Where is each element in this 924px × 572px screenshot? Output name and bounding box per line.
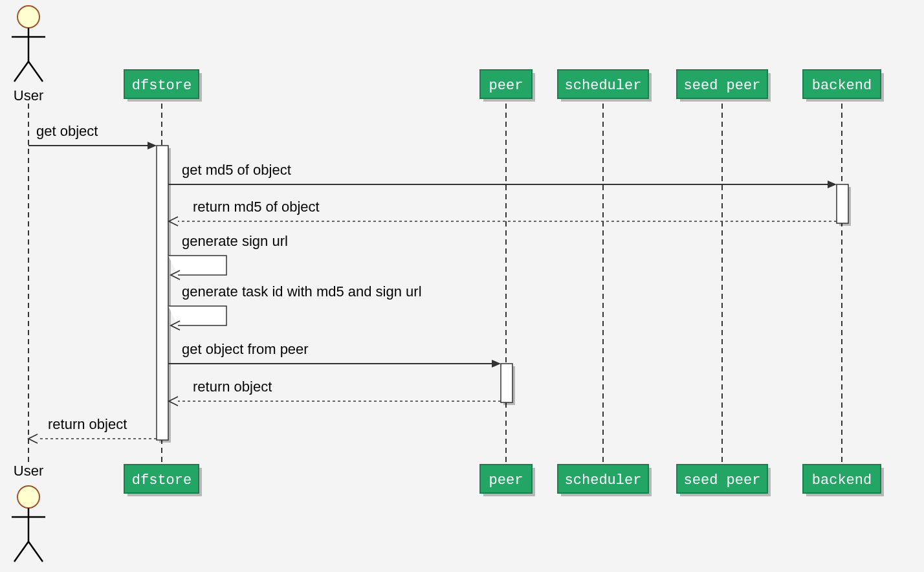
- svg-text:peer: peer: [489, 78, 523, 94]
- participant-seed-peer-bottom: seed peer: [677, 465, 771, 496]
- svg-line-3: [14, 61, 28, 82]
- message-return-object-to-user: return object: [28, 416, 157, 443]
- message-return-md5: return md5 of object: [169, 199, 837, 226]
- svg-point-52: [17, 486, 39, 508]
- svg-line-55: [14, 542, 28, 562]
- message-generate-task-id: generate task id with md5 and sign url: [168, 283, 422, 330]
- message-generate-sign-url: generate sign url: [168, 233, 288, 280]
- message-get-md5: get md5 of object: [168, 162, 837, 188]
- message-get-object: get object: [28, 123, 157, 149]
- participant-peer-top: peer: [480, 70, 535, 102]
- svg-text:seed peer: seed peer: [684, 78, 761, 94]
- actor-user-bottom: User: [12, 463, 45, 562]
- svg-text:dfstore: dfstore: [132, 472, 192, 489]
- participant-seed-peer-top: seed peer: [677, 70, 771, 102]
- svg-text:return object: return object: [193, 379, 272, 395]
- participant-dfstore-bottom: dfstore: [124, 465, 202, 496]
- message-return-object-from-peer: return object: [169, 379, 501, 406]
- actor-label-bottom: User: [14, 463, 43, 479]
- participant-scheduler-bottom: scheduler: [558, 465, 652, 496]
- svg-marker-32: [492, 360, 501, 368]
- activation-backend: [837, 184, 848, 223]
- svg-text:backend: backend: [812, 472, 872, 489]
- svg-text:backend: backend: [812, 78, 872, 94]
- activation-peer: [501, 364, 512, 402]
- svg-text:get object from peer: get object from peer: [182, 341, 309, 357]
- activation-dfstore: [157, 146, 168, 440]
- svg-text:return object: return object: [48, 416, 127, 432]
- svg-text:scheduler: scheduler: [565, 472, 642, 489]
- actor-user-top: User: [12, 6, 45, 104]
- svg-text:dfstore: dfstore: [132, 78, 192, 94]
- svg-line-56: [28, 542, 43, 562]
- svg-text:generate sign url: generate sign url: [182, 233, 288, 249]
- svg-text:seed peer: seed peer: [684, 472, 761, 489]
- svg-point-0: [17, 6, 39, 28]
- svg-line-4: [28, 61, 43, 82]
- participant-backend-bottom: backend: [803, 465, 884, 496]
- participant-peer-bottom: peer: [480, 465, 535, 496]
- svg-text:get object: get object: [36, 123, 98, 139]
- svg-text:return md5 of object: return md5 of object: [193, 199, 320, 215]
- svg-text:scheduler: scheduler: [565, 78, 642, 94]
- svg-marker-22: [148, 142, 157, 149]
- svg-text:generate task id with md5 and : generate task id with md5 and sign url: [182, 283, 422, 300]
- svg-marker-25: [828, 181, 837, 188]
- sequence-diagram: User dfstore peer scheduler seed peer ba…: [0, 0, 924, 572]
- message-get-object-from-peer: get object from peer: [168, 341, 501, 368]
- svg-text:get md5 of object: get md5 of object: [182, 162, 291, 178]
- participant-scheduler-top: scheduler: [558, 70, 652, 102]
- participant-backend-top: backend: [803, 70, 884, 102]
- actor-label-top: User: [14, 87, 43, 104]
- svg-text:peer: peer: [489, 472, 523, 489]
- participant-dfstore-top: dfstore: [124, 70, 202, 102]
